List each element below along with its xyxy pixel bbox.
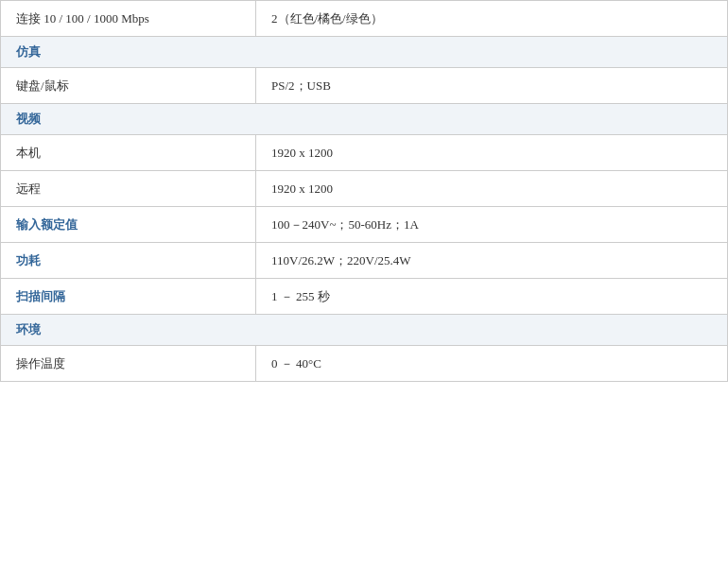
- row-label-10: 操作温度: [1, 346, 256, 382]
- row-value-0: 2（红色/橘色/绿色）: [256, 1, 728, 37]
- section-header-1: 仿真: [1, 37, 728, 68]
- row-label-2: 键盘/鼠标: [1, 68, 256, 104]
- row-value-8: 1 － 255 秒: [256, 279, 728, 315]
- row-label-5: 远程: [1, 171, 256, 207]
- spec-table: 连接 10 / 100 / 1000 Mbps2（红色/橘色/绿色）仿真键盘/鼠…: [0, 0, 728, 382]
- section-header-3: 视频: [1, 104, 728, 135]
- row-value-10: 0 － 40°C: [256, 346, 728, 382]
- row-label-4: 本机: [1, 135, 256, 171]
- row-value-4: 1920 x 1200: [256, 135, 728, 171]
- row-value-7: 110V/26.2W；220V/25.4W: [256, 243, 728, 279]
- row-value-6: 100－240V~；50-60Hz；1A: [256, 207, 728, 243]
- row-label-8: 扫描间隔: [1, 279, 256, 315]
- row-value-2: PS/2；USB: [256, 68, 728, 104]
- row-label-0: 连接 10 / 100 / 1000 Mbps: [1, 1, 256, 37]
- section-header-9: 环境: [1, 315, 728, 346]
- row-value-5: 1920 x 1200: [256, 171, 728, 207]
- row-label-6: 输入额定值: [1, 207, 256, 243]
- row-label-7: 功耗: [1, 243, 256, 279]
